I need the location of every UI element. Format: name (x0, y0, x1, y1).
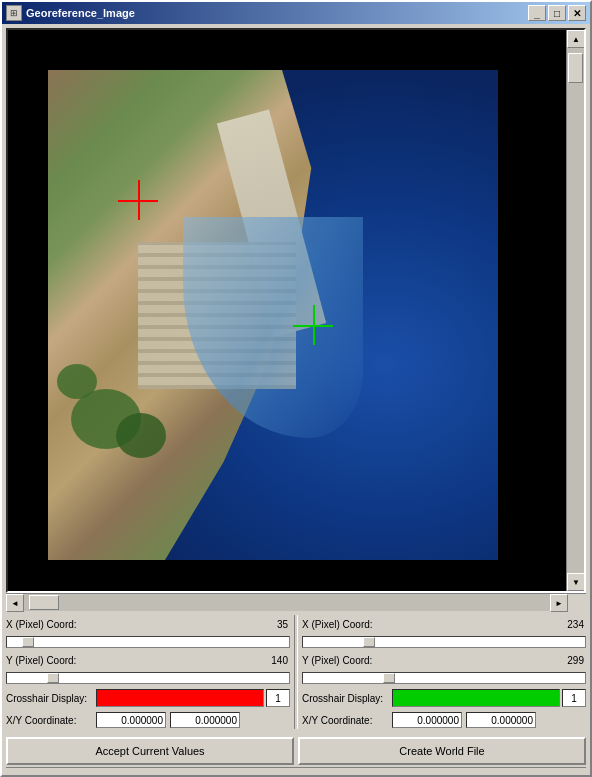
left-xy-label: X/Y Coordinate: (6, 715, 96, 726)
left-y-slider-row (6, 671, 290, 685)
panel-divider (294, 615, 298, 729)
image-scroll-container: ▲ ▼ (6, 28, 586, 593)
right-x-slider[interactable] (302, 636, 586, 648)
h-scrollbar-container: ◄ ► (6, 593, 586, 611)
right-control-panel: X (Pixel) Coord: 234 Y (Pixel) Coord: 29… (302, 615, 586, 729)
scroll-right-button[interactable]: ► (550, 594, 568, 612)
left-y-slider-thumb[interactable] (47, 673, 59, 683)
satellite-image (48, 70, 498, 560)
bottom-border (6, 767, 586, 771)
h-scroll-thumb[interactable] (29, 595, 59, 610)
accept-current-values-button[interactable]: Accept Current Values (6, 737, 294, 765)
right-crosshair-label: Crosshair Display: (302, 693, 392, 704)
left-color-swatch[interactable] (96, 689, 264, 707)
left-y-slider[interactable] (6, 672, 290, 684)
right-y-pixel-label: Y (Pixel) Coord: (302, 655, 392, 666)
left-control-panel: X (Pixel) Coord: 35 Y (Pixel) Coord: 140 (6, 615, 290, 729)
v-scroll-thumb[interactable] (568, 53, 583, 83)
right-xy-label: X/Y Coordinate: (302, 715, 392, 726)
right-color-swatch[interactable] (392, 689, 560, 707)
right-x-pixel-value: 234 (392, 619, 586, 630)
satellite-image-inner (48, 70, 498, 560)
v-scroll-track (567, 48, 584, 573)
left-x-slider-thumb[interactable] (22, 637, 34, 647)
control-panels: X (Pixel) Coord: 35 Y (Pixel) Coord: 140 (6, 611, 586, 733)
h-scroll-track (24, 594, 550, 611)
left-xy-row: X/Y Coordinate: (6, 711, 290, 729)
left-x-slider[interactable] (6, 636, 290, 648)
left-x-pixel-label: X (Pixel) Coord: (6, 619, 96, 630)
right-crosshair-num: 1 (562, 689, 586, 707)
right-x-slider-thumb[interactable] (363, 637, 375, 647)
scrollbar-corner (568, 594, 586, 612)
right-x-pixel-label: X (Pixel) Coord: (302, 619, 392, 630)
buttons-row: Accept Current Values Create World File (6, 733, 586, 767)
main-window: ⊞ Georeference_Image _ □ ✕ (0, 0, 592, 777)
create-world-file-button[interactable]: Create World File (298, 737, 586, 765)
content-area: ▲ ▼ ◄ ► X (Pixel) Coord (2, 24, 590, 775)
left-xy-x-input[interactable] (96, 712, 166, 728)
right-x-slider-row (302, 635, 586, 649)
left-crosshair-label: Crosshair Display: (6, 693, 96, 704)
right-y-pixel-row: Y (Pixel) Coord: 299 (302, 651, 586, 669)
title-bar: ⊞ Georeference_Image _ □ ✕ (2, 2, 590, 24)
vegetation-3 (57, 364, 97, 399)
scroll-up-button[interactable]: ▲ (567, 30, 585, 48)
right-y-pixel-value: 299 (392, 655, 586, 666)
scroll-down-button[interactable]: ▼ (567, 573, 585, 591)
right-crosshair-row: Crosshair Display: 1 (302, 687, 586, 709)
right-xy-row: X/Y Coordinate: (302, 711, 586, 729)
right-y-slider[interactable] (302, 672, 586, 684)
left-x-pixel-value: 35 (96, 619, 290, 630)
left-y-pixel-label: Y (Pixel) Coord: (6, 655, 96, 666)
right-xy-x-input[interactable] (392, 712, 462, 728)
left-x-slider-row (6, 635, 290, 649)
horizontal-scrollbar: ◄ ► (6, 594, 568, 611)
window-title: Georeference_Image (26, 7, 528, 19)
right-y-slider-thumb[interactable] (383, 673, 395, 683)
window-controls: _ □ ✕ (528, 5, 586, 21)
left-xy-y-input[interactable] (170, 712, 240, 728)
left-y-pixel-value: 140 (96, 655, 290, 666)
minimize-button[interactable]: _ (528, 5, 546, 21)
left-y-pixel-row: Y (Pixel) Coord: 140 (6, 651, 290, 669)
close-button[interactable]: ✕ (568, 5, 586, 21)
left-x-pixel-row: X (Pixel) Coord: 35 (6, 615, 290, 633)
right-y-slider-row (302, 671, 586, 685)
left-crosshair-row: Crosshair Display: 1 (6, 687, 290, 709)
vertical-scrollbar: ▲ ▼ (566, 30, 584, 591)
vegetation-2 (116, 413, 166, 458)
scroll-left-button[interactable]: ◄ (6, 594, 24, 612)
image-viewport (8, 30, 566, 591)
right-xy-y-input[interactable] (466, 712, 536, 728)
right-x-pixel-row: X (Pixel) Coord: 234 (302, 615, 586, 633)
left-crosshair-num: 1 (266, 689, 290, 707)
maximize-button[interactable]: □ (548, 5, 566, 21)
window-icon: ⊞ (6, 5, 22, 21)
